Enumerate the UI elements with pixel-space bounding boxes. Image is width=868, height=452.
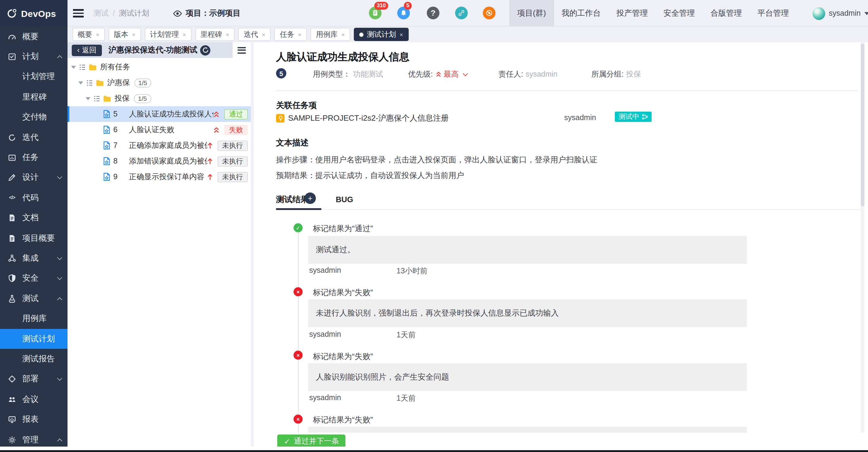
- nav-item-production-mgmt[interactable]: 投产管理: [609, 0, 655, 27]
- nav-item-my-workbench[interactable]: 我的工作台: [554, 0, 609, 27]
- caret-down-icon[interactable]: [86, 97, 90, 100]
- sidebar-item-milestone[interactable]: 里程碑: [0, 87, 67, 107]
- sidebar-item-test[interactable]: 测试: [0, 288, 67, 309]
- sidebar-item-iteration[interactable]: 迭代: [0, 127, 67, 147]
- case-id: 6: [113, 125, 122, 134]
- meta-group: 所属分组:投保: [591, 69, 641, 79]
- tab-divider: [276, 209, 863, 210]
- test-case-row[interactable]: 9 正确显示投保订单内容 未执行: [67, 169, 251, 185]
- related-task-status-badge[interactable]: 测试中: [615, 112, 651, 122]
- list-menu-icon: [238, 47, 246, 53]
- back-chevron-icon: ‹: [77, 46, 80, 54]
- close-icon[interactable]: ×: [341, 31, 345, 38]
- priority-highest-icon: [213, 126, 219, 133]
- no-bug-icon[interactable]: [483, 7, 495, 19]
- breadcrumb-parent[interactable]: 测试: [93, 8, 108, 19]
- expected-result-text: 预期结果：提示认证成功，自动设置投保人为当前用户: [276, 170, 464, 181]
- test-case-row[interactable]: 6 人脸认证失败 失败: [67, 122, 251, 138]
- close-icon[interactable]: ×: [226, 31, 229, 38]
- tab-plan-management[interactable]: 计划管理×: [144, 28, 191, 41]
- sidebar-item-report[interactable]: 报表: [0, 409, 67, 430]
- project-switcher[interactable]: 项目：示例项目: [173, 0, 241, 27]
- status-badge: 通过: [224, 109, 248, 119]
- sidebar-item-meeting[interactable]: 会议: [0, 389, 67, 409]
- caret-down-icon[interactable]: [79, 81, 83, 84]
- sidebar-item-admin[interactable]: 管理: [0, 430, 67, 447]
- sidebar-item-document[interactable]: 文档: [0, 208, 67, 228]
- test-case-row[interactable]: 5 人脸认证成功生成投保人信... 通过: [67, 106, 251, 122]
- chevron-down-icon[interactable]: [463, 71, 468, 76]
- sidebar-item-test-report[interactable]: 测试报告: [0, 349, 67, 369]
- nav-item-projects[interactable]: 项目(群): [509, 0, 554, 27]
- sidebar-item-case-library[interactable]: 用例库: [0, 309, 67, 329]
- close-icon[interactable]: ×: [96, 31, 99, 38]
- sidebar-item-plan-management[interactable]: 计划管理: [0, 67, 67, 87]
- tab-version[interactable]: 版本×: [108, 28, 141, 41]
- tree-node-all-tasks[interactable]: 所有任务: [67, 59, 251, 75]
- tab-iteration[interactable]: 迭代×: [239, 28, 271, 41]
- tab-overview[interactable]: 概要×: [72, 28, 105, 41]
- add-result-button[interactable]: +: [304, 193, 316, 204]
- sidebar-item-integration[interactable]: 集成: [0, 248, 67, 269]
- tab-test-plan[interactable]: 测试计划×: [354, 28, 409, 41]
- test-case-row[interactable]: 7 正确添加家庭成员为被保人 未执行: [67, 138, 251, 153]
- sidebar-item-task[interactable]: 任务: [0, 147, 67, 168]
- tree-node-huhuibao[interactable]: 沪惠保 1/5: [67, 75, 251, 90]
- monitor-icon: [8, 415, 16, 424]
- nav-item-release-mgmt[interactable]: 合版管理: [703, 0, 749, 27]
- sidebar-item-overview[interactable]: 概要: [0, 27, 67, 47]
- sidebar-item-deliverable[interactable]: 交付物: [0, 107, 67, 127]
- test-case-icon: [103, 141, 110, 150]
- tab-test-results[interactable]: 测试结果: [276, 194, 309, 205]
- help-icon[interactable]: ?: [427, 7, 439, 19]
- meta-priority[interactable]: 优先级: 最高: [408, 69, 467, 79]
- nav-item-platform-mgmt[interactable]: 平台管理: [749, 0, 797, 27]
- test-case-row[interactable]: 8 添加错误家庭成员为被保人 未执行: [67, 153, 251, 169]
- nav-item-security-mgmt[interactable]: 安全管理: [655, 0, 703, 27]
- result-fail-icon: ×: [293, 415, 303, 424]
- case-number-chip: 5: [276, 68, 286, 79]
- result-fail-icon: ×: [293, 350, 303, 360]
- open-tabs-bar: 概要× 版本× 计划管理× 里程碑× 迭代× 任务× 用例库× 测试计划×: [67, 27, 868, 42]
- timeline-entry-meta: sysadmin 1天前: [309, 393, 416, 404]
- plan-title: 沪惠保投保迭代-功能测试: [108, 45, 197, 56]
- sidebar-item-plan[interactable]: 计划: [0, 47, 67, 67]
- sidebar-item-project-overview[interactable]: 项目概要: [0, 228, 67, 248]
- close-icon[interactable]: ×: [262, 31, 266, 38]
- close-icon[interactable]: ×: [182, 31, 186, 38]
- integration-icon: [8, 254, 16, 262]
- close-icon[interactable]: ×: [400, 31, 403, 38]
- link-icon[interactable]: [455, 7, 468, 19]
- code-icon: </>: [8, 194, 16, 202]
- sidebar-item-test-plan[interactable]: 测试计划: [0, 329, 67, 349]
- refresh-button[interactable]: [200, 45, 211, 55]
- workflow-branch-icon: [642, 114, 648, 119]
- sidebar-item-security[interactable]: 安全: [0, 268, 67, 288]
- sidebar-item-deploy[interactable]: 部署: [0, 369, 67, 389]
- tree-node-toubao[interactable]: 投保 1/5: [67, 90, 251, 106]
- related-task-owner: sysadmin: [564, 113, 596, 122]
- active-tab-underline: [276, 208, 321, 210]
- case-title: 人脸认证失败: [129, 124, 213, 135]
- tab-bug[interactable]: BUG: [336, 195, 353, 204]
- timeline-entry-label: 标记结果为“失败”: [313, 351, 373, 362]
- dashboard-icon: [8, 32, 16, 41]
- back-button[interactable]: ‹ 返回: [72, 44, 102, 56]
- scrollbar-thumb[interactable]: [861, 44, 864, 206]
- tree-layout-toggle[interactable]: [233, 42, 251, 58]
- tab-milestone[interactable]: 里程碑×: [195, 28, 235, 41]
- tab-case-library[interactable]: 用例库×: [310, 28, 350, 41]
- case-title: 正确显示投保订单内容: [129, 172, 207, 182]
- structure-icon: [86, 79, 93, 86]
- menu-toggle-icon[interactable]: [73, 9, 84, 18]
- tab-task[interactable]: 任务×: [274, 28, 307, 41]
- priority-high-icon: [207, 173, 213, 180]
- sidebar-item-code[interactable]: </> 代码: [0, 188, 67, 208]
- caret-down-icon[interactable]: [71, 65, 76, 68]
- close-icon[interactable]: ×: [298, 31, 301, 38]
- text-description-heading: 文本描述: [276, 138, 309, 148]
- related-task-link[interactable]: SAMPLE-PROJECT-i2s2-沪惠保个人信息注册: [276, 113, 449, 123]
- close-icon[interactable]: ×: [132, 31, 135, 38]
- user-menu[interactable]: sysadmin: [812, 0, 868, 27]
- sidebar-item-design[interactable]: 设计: [0, 167, 67, 188]
